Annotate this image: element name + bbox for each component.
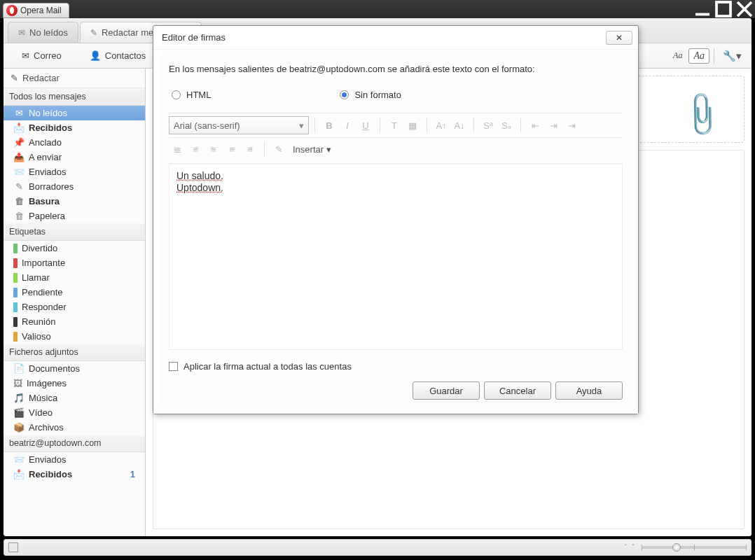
sidebar-item-label: A enviar — [29, 152, 62, 162]
insert-dropdown[interactable]: Insertar ▾ — [293, 144, 331, 155]
opera-logo-icon — [6, 5, 18, 16]
titlebar-app-tab[interactable]: Opera Mail — [3, 3, 69, 18]
sidebar-attach-files[interactable]: 📦Archivos — [4, 420, 145, 435]
toolbar-contacts-label: Contactos — [105, 50, 146, 61]
zoom-slider[interactable] — [642, 546, 747, 549]
window-minimize-button[interactable] — [692, 2, 713, 16]
sidebar-item-unread[interactable]: ✉ No leídos — [4, 106, 145, 120]
inbox-icon: 📩 — [13, 470, 25, 479]
sidebar-label-fun[interactable]: Divertido — [4, 241, 145, 255]
window-maximize-button[interactable] — [713, 2, 734, 16]
cancel-button[interactable]: Cancelar — [484, 382, 551, 400]
sidebar: ✎ Redactar Todos los mensajes ✉ No leído… — [4, 69, 146, 536]
subscript-button[interactable]: Sₐ — [498, 117, 515, 134]
nav-arrows-icon[interactable]: ˇ ˆ — [625, 543, 636, 552]
dialog-titlebar: Editor de firmas ✕ — [153, 26, 638, 50]
sidebar-item-label: Imágenes — [27, 378, 67, 388]
sidebar-account-received[interactable]: 📩Recibidos1 — [4, 467, 145, 482]
dialog-close-button[interactable]: ✕ — [606, 31, 632, 45]
label-color-icon — [13, 302, 18, 312]
label-color-icon — [13, 273, 18, 283]
radio-plain[interactable]: Sin formato — [337, 90, 401, 100]
signature-editor-dialog: Editor de firmas ✕ En los mensajes salie… — [153, 25, 639, 414]
insert-label: Insertar — [293, 144, 324, 155]
settings-wrench-icon[interactable]: 🔧▾ — [719, 50, 746, 62]
toolbar-mail[interactable]: ✉ Correo — [9, 48, 74, 64]
apply-all-checkbox[interactable] — [169, 362, 178, 371]
sidebar-label-reply[interactable]: Responder — [4, 300, 145, 314]
outdent-button[interactable]: ⇤ — [527, 117, 543, 134]
attachment-clip-icon[interactable]: 📎 — [676, 88, 729, 140]
sidebar-label-meeting[interactable]: Reunión — [4, 314, 145, 329]
align-right-button[interactable]: ≡ — [223, 141, 240, 158]
sidebar-label-call[interactable]: Llamar — [4, 270, 145, 285]
indent-button[interactable]: ⇥ — [545, 117, 562, 134]
sidebar-account-header[interactable]: beatriz@uptodown.com — [4, 435, 145, 452]
trash-icon: 🗑 — [13, 197, 25, 206]
textcolor-button[interactable]: T — [386, 117, 403, 134]
font-family-select[interactable]: Arial (sans-serif) — [169, 116, 309, 134]
sidebar-item-pinned[interactable]: 📌 Anclado — [4, 135, 145, 150]
panel-toggle-icon[interactable] — [8, 542, 18, 552]
sidebar-item-drafts[interactable]: ✎ Borradores — [4, 179, 145, 194]
sidebar-item-label: Basura — [29, 196, 60, 206]
label-color-icon — [13, 317, 18, 327]
sidebar-compose[interactable]: ✎ Redactar — [4, 69, 145, 88]
tab-unread[interactable]: ✉ No leídos — [8, 22, 78, 43]
sidebar-item-label: Responder — [22, 302, 67, 312]
font-increase-button[interactable]: A↑ — [433, 117, 450, 134]
dialog-title: Editor de firmas — [162, 32, 226, 43]
sidebar-label-pending[interactable]: Pendiente — [4, 285, 145, 300]
zoom-thumb[interactable] — [672, 543, 681, 552]
label-color-icon — [13, 244, 18, 253]
font-size-large[interactable]: Aa — [688, 48, 709, 64]
sidebar-item-label: Música — [29, 393, 57, 403]
radio-icon — [172, 90, 181, 99]
sidebar-item-outbox[interactable]: 📤 A enviar — [4, 150, 145, 164]
sidebar-account-sent[interactable]: 📨Enviados — [4, 452, 145, 467]
sidebar-item-label: Enviados — [29, 167, 66, 177]
window-close-button[interactable] — [734, 2, 755, 16]
sidebar-item-label: Anclado — [29, 137, 62, 148]
sidebar-attach-docs[interactable]: 📄Documentos — [4, 361, 145, 376]
dialog-intro-text: En los mensajes salientes de beatriz@upt… — [169, 64, 623, 74]
mail-icon: ✉ — [22, 50, 29, 61]
list-bullet-button[interactable]: ≣ — [169, 141, 186, 158]
align-left-button[interactable]: ≡ — [187, 141, 204, 158]
sidebar-item-received[interactable]: 📩 Recibidos — [4, 120, 145, 135]
radio-html[interactable]: HTML — [169, 90, 211, 100]
clear-format-button[interactable]: ✎ — [270, 141, 287, 158]
align-justify-button[interactable]: ≡ — [242, 141, 258, 158]
bgcolor-button[interactable]: ▦ — [404, 117, 421, 134]
font-decrease-button[interactable]: A↓ — [451, 117, 468, 134]
sidebar-item-trash[interactable]: 🗑 Basura — [4, 194, 145, 209]
outbox-icon: 📤 — [13, 153, 25, 162]
save-button[interactable]: Guardar — [413, 382, 480, 400]
sidebar-item-label: Enviados — [29, 454, 66, 465]
sidebar-item-label: Archivos — [29, 422, 64, 433]
sidebar-item-label: Borradores — [29, 181, 74, 192]
sidebar-item-label: Valioso — [22, 331, 51, 342]
radio-icon — [340, 90, 349, 99]
sidebar-attach-images[interactable]: 🖼Imágenes — [4, 376, 145, 391]
sidebar-item-bin[interactable]: 🗑 Papelera — [4, 209, 145, 223]
contacts-icon: 👤 — [90, 50, 101, 61]
underline-button[interactable]: U — [357, 117, 374, 134]
image-icon: 🖼 — [13, 378, 22, 388]
sidebar-header-labels: Etiquetas — [4, 223, 145, 241]
align-center-button[interactable]: ≡ — [205, 141, 222, 158]
signature-textarea[interactable]: Un saludo. Uptodown. — [169, 164, 623, 350]
indent-more-button[interactable]: ⇥ — [563, 117, 580, 134]
help-button[interactable]: Ayuda — [555, 382, 623, 400]
sidebar-item-sent[interactable]: 📨 Enviados — [4, 164, 145, 179]
sidebar-attach-music[interactable]: 🎵Música — [4, 391, 145, 405]
font-size-small[interactable]: Aa — [668, 48, 687, 64]
sidebar-label-valuable[interactable]: Valioso — [4, 329, 145, 344]
toolbar-contacts[interactable]: 👤 Contactos — [77, 48, 159, 64]
sidebar-item-label: Vídeo — [29, 407, 53, 418]
bold-button[interactable]: B — [321, 117, 338, 134]
sidebar-attach-video[interactable]: 🎬Vídeo — [4, 405, 145, 420]
superscript-button[interactable]: Sª — [480, 117, 497, 134]
italic-button[interactable]: I — [339, 117, 356, 134]
sidebar-label-important[interactable]: Importante — [4, 255, 145, 270]
